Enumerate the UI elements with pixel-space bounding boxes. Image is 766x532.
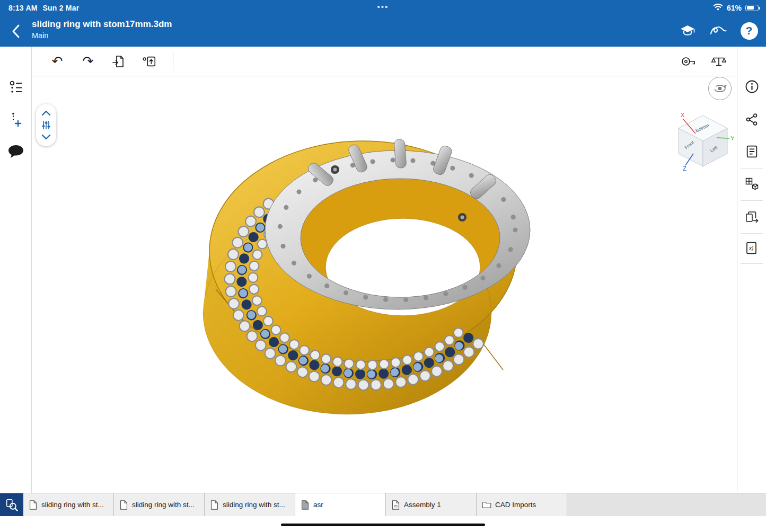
view-cube[interactable]: X Y Z Bottom Front Left <box>672 110 734 172</box>
back-chevron-icon <box>11 23 21 39</box>
orbit-icon <box>713 82 727 95</box>
grid-cube-icon <box>745 177 759 191</box>
items-list-button[interactable] <box>7 78 24 95</box>
redo-button[interactable]: ↷ <box>81 54 95 69</box>
graduation-cap-icon <box>680 24 695 37</box>
insert-button[interactable] <box>142 54 157 69</box>
right-sidebar: x) <box>737 47 766 493</box>
folder-icon <box>482 501 491 509</box>
script-function-icon: x) <box>745 241 759 255</box>
back-button[interactable] <box>7 22 24 40</box>
sliders-icon <box>41 120 51 130</box>
left-sidebar <box>0 47 32 493</box>
wifi-icon <box>713 3 723 12</box>
document-list-icon <box>745 145 759 158</box>
copy-views-button[interactable] <box>743 208 761 226</box>
search-icon <box>5 499 18 511</box>
ring-model <box>32 76 737 493</box>
tab-document-1[interactable]: sliding ring with st... <box>23 493 114 516</box>
items-tree-icon <box>8 79 24 95</box>
document-title: sliding ring with stom17mm.3dm <box>32 19 172 30</box>
comments-button[interactable] <box>7 143 24 160</box>
document-icon <box>210 500 219 510</box>
script-glyph: x) <box>749 245 753 251</box>
balance-scale-icon <box>711 55 726 68</box>
document-icon <box>301 500 310 510</box>
export-button[interactable] <box>111 54 126 69</box>
tab-asr-active[interactable]: asr <box>295 493 386 516</box>
top-toolbar: ↶ ↷ <box>32 47 737 76</box>
orbit-view-button[interactable] <box>708 77 732 100</box>
tab-label: Assembly 1 <box>404 501 441 509</box>
tab-assembly-1[interactable]: Assembly 1 <box>386 493 477 516</box>
tab-document-3[interactable]: sliding ring with st... <box>205 493 295 516</box>
history-slider-control <box>36 104 56 146</box>
comment-bubble-icon <box>7 144 24 159</box>
notes-button[interactable] <box>743 143 761 161</box>
redo-icon: ↷ <box>83 55 94 68</box>
filter-slider-button[interactable] <box>40 120 52 130</box>
battery-icon <box>745 5 759 11</box>
battery-percent: 61% <box>727 4 742 12</box>
document-icon <box>29 500 38 510</box>
measure-button[interactable] <box>681 54 695 69</box>
info-button[interactable] <box>743 77 761 95</box>
view-modes-button[interactable] <box>743 175 761 193</box>
document-tab-bar: sliding ring with st... sliding ring wit… <box>0 493 766 516</box>
axis-y-label: Y <box>730 135 734 141</box>
help-button[interactable]: ? <box>739 21 759 40</box>
home-indicator[interactable] <box>281 524 485 526</box>
step-down-button[interactable] <box>40 132 52 142</box>
viewport-3d[interactable]: X Y Z Bottom Front Left <box>32 76 737 493</box>
measure-tape-icon <box>681 55 695 68</box>
tab-label: sliding ring with st... <box>223 501 285 509</box>
toolbar-divider <box>173 52 173 70</box>
bottom-strip <box>0 516 766 532</box>
tab-label: sliding ring with st... <box>41 501 104 509</box>
tab-label: sliding ring with st... <box>132 501 195 509</box>
duplicate-arrow-icon <box>745 210 759 225</box>
tab-document-2[interactable]: sliding ring with st... <box>114 493 205 516</box>
chevron-down-icon <box>41 134 51 140</box>
help-icon: ? <box>741 22 758 40</box>
calibrate-button[interactable] <box>711 54 726 69</box>
axis-x-label: X <box>681 112 685 118</box>
share-button[interactable] <box>743 110 761 128</box>
app-header: 8:13 AM Sun 2 Mar ••• 61% slidi <box>0 0 766 47</box>
chevron-up-icon <box>41 110 51 116</box>
insert-icon <box>142 55 157 68</box>
tab-label: asr <box>313 501 323 509</box>
add-item-button[interactable] <box>7 111 24 128</box>
multitask-dots-icon: ••• <box>0 2 766 11</box>
title-bar: sliding ring with stom17mm.3dm Main ? <box>0 16 766 47</box>
undo-button[interactable]: ↶ <box>50 54 65 69</box>
document-icon <box>119 500 128 510</box>
pencil-gestures-button[interactable] <box>709 21 728 40</box>
learning-hub-button[interactable] <box>678 21 697 40</box>
search-preview-button[interactable] <box>0 493 23 516</box>
script-button[interactable]: x) <box>743 239 761 257</box>
tab-cad-imports[interactable]: CAD Imports <box>477 493 567 516</box>
add-item-icon <box>8 112 24 128</box>
tab-label: CAD Imports <box>495 501 536 509</box>
export-icon <box>112 55 126 68</box>
undo-icon: ↶ <box>52 55 63 68</box>
step-up-button[interactable] <box>40 108 52 118</box>
status-bar: 8:13 AM Sun 2 Mar ••• 61% <box>0 0 766 16</box>
axis-z-label: Z <box>683 165 686 172</box>
info-icon <box>745 79 759 94</box>
share-icon <box>745 113 759 126</box>
design-space-label: Main <box>32 31 172 40</box>
document-icon <box>391 500 400 510</box>
gesture-squiggle-icon <box>710 24 727 37</box>
